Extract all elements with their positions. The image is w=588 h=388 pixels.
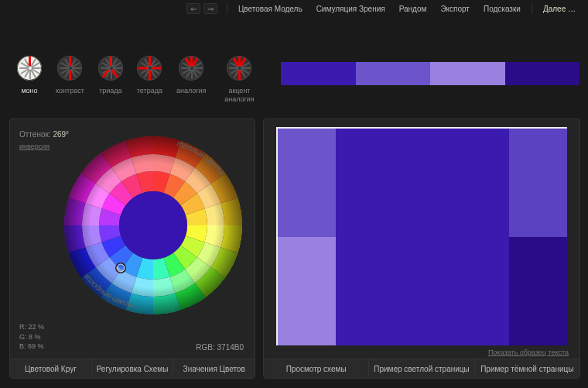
preview-grid xyxy=(278,129,567,345)
preview-cell-3 xyxy=(278,237,336,345)
swatch-0[interactable] xyxy=(281,62,356,85)
top-link-экспорт[interactable]: Экспорт xyxy=(434,2,476,16)
mode-тетрада[interactable]: тетрада xyxy=(137,56,162,104)
rgb-percentages: R: 22 % G: 8 % B: 69 % xyxy=(19,322,44,352)
preview-cell-1 xyxy=(336,129,509,345)
top-link-рандом[interactable]: Рандом xyxy=(393,2,433,16)
rgb-hex: RGB: 3714B0 xyxy=(196,343,244,352)
invert-link[interactable]: инверсия xyxy=(19,142,50,150)
preview-cell-2 xyxy=(509,129,567,237)
mode-label: моно xyxy=(21,87,37,95)
back-button[interactable]: ⇐ xyxy=(186,3,200,14)
panel-color-wheel: Оттенок: 269° инверсия тёплые цвета холо… xyxy=(9,118,255,379)
mode-label: аналогия xyxy=(176,87,207,95)
top-bar: ⇐ ⇒ Цветовая МодельСимуляция ЗренияРандо… xyxy=(0,0,588,17)
scheme-modes: моноконтрасттриадатетрадааналогияакцент … xyxy=(17,56,258,104)
top-link-симуляция-зрения[interactable]: Симуляция Зрения xyxy=(310,2,391,16)
mode-wheel-icon xyxy=(57,56,82,81)
mode-контраст[interactable]: контраст xyxy=(56,56,84,104)
left-tab-регулировка-схемы[interactable]: Регулировка Схемы xyxy=(92,359,174,378)
mode-wheel-icon xyxy=(227,56,251,81)
mode-label: тетрада xyxy=(137,87,162,95)
swatch-2[interactable] xyxy=(430,62,505,85)
forward-button[interactable]: ⇒ xyxy=(203,3,217,14)
mode-wheel-icon xyxy=(17,56,42,81)
mode-аналогия[interactable]: аналогия xyxy=(176,56,207,104)
preview-cell-4 xyxy=(509,237,567,345)
mode-label: акцент аналогия xyxy=(220,87,258,104)
left-tabs: Цветовой КругРегулировка СхемыЗначения Ц… xyxy=(10,359,255,378)
svg-point-1 xyxy=(119,191,187,259)
panel-preview: Показать образец текста Просмотр схемыПр… xyxy=(263,118,580,379)
mode-wheel-icon xyxy=(179,56,203,81)
swatch-row xyxy=(281,62,579,85)
mode-триада[interactable]: триада xyxy=(98,56,123,104)
left-tab-значения-цветов[interactable]: Значения Цветов xyxy=(173,359,255,378)
mode-label: контраст xyxy=(56,87,84,95)
top-link-подсказки[interactable]: Подсказки xyxy=(477,2,527,16)
swatch-3[interactable] xyxy=(505,62,580,85)
preview-cell-0 xyxy=(278,129,336,237)
show-sample-link[interactable]: Показать образец текста xyxy=(488,349,569,356)
mode-wheel-icon xyxy=(98,56,123,81)
color-wheel[interactable]: тёплые цвета холодные цвета xyxy=(56,129,250,322)
swatch-1[interactable] xyxy=(356,62,431,85)
mode-акцент-аналогия[interactable]: акцент аналогия xyxy=(220,56,258,104)
right-tab-пример-светлой-страницы[interactable]: Пример светлой страницы xyxy=(369,359,474,378)
right-tab-пример-тёмной-страницы[interactable]: Пример тёмной страницы xyxy=(475,359,579,378)
nav-arrows: ⇐ ⇒ xyxy=(186,3,217,14)
preview-frame xyxy=(276,127,567,345)
mode-wheel-icon xyxy=(137,56,162,81)
top-link-more[interactable]: Далее … xyxy=(537,2,582,16)
top-link-цветовая-модель[interactable]: Цветовая Модель xyxy=(232,2,309,16)
mode-label: триада xyxy=(99,87,121,95)
left-tab-цветовой-круг[interactable]: Цветовой Круг xyxy=(10,359,92,378)
right-tabs: Просмотр схемыПример светлой страницыПри… xyxy=(264,359,579,378)
mode-моно[interactable]: моно xyxy=(17,56,42,104)
right-tab-просмотр-схемы[interactable]: Просмотр схемы xyxy=(264,359,369,378)
